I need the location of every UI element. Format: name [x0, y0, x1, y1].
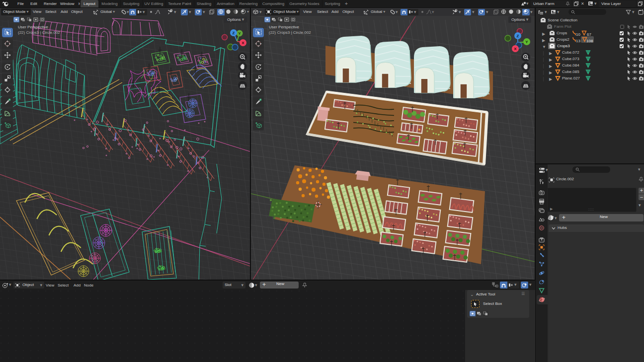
svg-text:X: X — [242, 41, 244, 45]
svg-text:Z: Z — [233, 31, 235, 35]
svg-text:Z: Z — [517, 34, 519, 38]
svg-text:X: X — [514, 47, 517, 51]
svg-text:Y: Y — [525, 40, 528, 44]
svg-text:Y: Y — [238, 31, 241, 36]
